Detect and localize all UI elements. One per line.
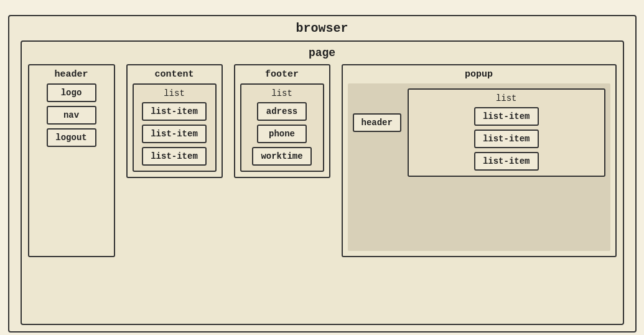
popup-section: popup header list list-item list-item li… — [342, 64, 617, 257]
page-label: page — [309, 47, 335, 59]
popup-list: list list-item list-item list-item — [408, 88, 605, 177]
popup-list-item-0: list-item — [474, 107, 539, 126]
footer-phone-item: phone — [257, 125, 307, 143]
footer-list: list adress phone worktime — [240, 83, 324, 172]
content-section: content list list-item list-item list-it… — [126, 64, 223, 178]
outer-wrapper: browser page header logo nav logout cont… — [6, 6, 638, 335]
popup-list-col: list list-item list-item list-item — [408, 88, 605, 177]
footer-list-label: list — [271, 88, 292, 98]
footer-worktime-item: worktime — [252, 147, 311, 166]
content-list-item-0: list-item — [142, 102, 207, 121]
browser-label: browser — [296, 21, 348, 35]
page-content-row: header logo nav logout content list list… — [28, 64, 617, 318]
browser-box: browser page header logo nav logout cont… — [8, 15, 637, 333]
content-list: list list-item list-item list-item — [133, 83, 217, 172]
popup-inner: header list list-item list-item list-ite… — [348, 83, 610, 251]
content-list-item-1: list-item — [142, 125, 207, 143]
popup-section-label: popup — [465, 69, 493, 80]
content-section-label: content — [154, 69, 194, 80]
footer-section-label: footer — [265, 69, 299, 80]
popup-list-item-1: list-item — [474, 130, 539, 148]
footer-section: footer list adress phone worktime — [234, 64, 330, 178]
logo-item: logo — [47, 83, 96, 102]
popup-list-label: list — [496, 93, 517, 103]
popup-header-box: header — [353, 113, 401, 132]
page-box: page header logo nav logout content list… — [21, 40, 624, 325]
nav-item: nav — [47, 106, 96, 125]
content-list-label: list — [164, 88, 185, 98]
popup-list-item-2: list-item — [474, 152, 539, 171]
content-list-item-2: list-item — [142, 147, 207, 166]
header-section: header logo nav logout — [28, 64, 115, 257]
logout-item: logout — [47, 128, 96, 147]
footer-adress-item: adress — [257, 102, 307, 121]
header-section-label: header — [54, 69, 88, 80]
